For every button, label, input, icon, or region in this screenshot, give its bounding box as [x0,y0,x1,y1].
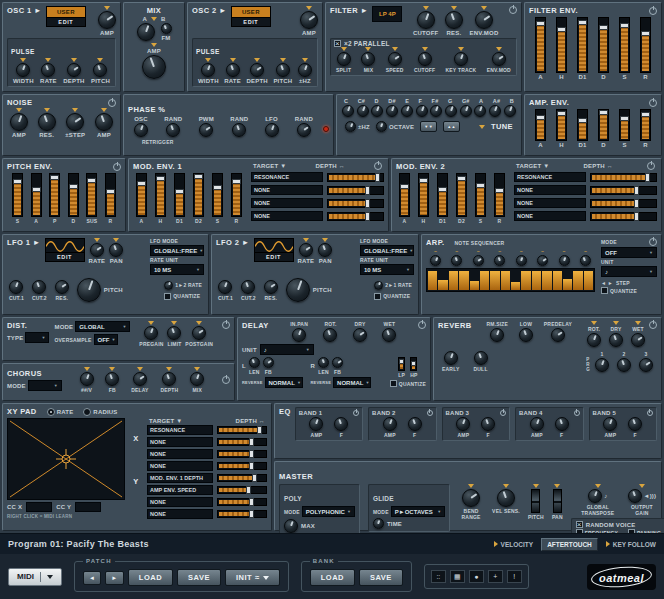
depth-slider[interactable] [327,199,384,208]
chorus-knob-cell[interactable]: MIX [190,367,204,393]
env-slider-cell[interactable]: D1 [437,173,448,224]
lfo1-mode-select[interactable]: GLOBAL:FREE [150,245,204,256]
noise-knob-cell[interactable]: ±STEP [65,108,85,138]
lfo1-edit-button[interactable]: EDIT [45,253,85,262]
parallel-knob-cell[interactable]: SPEED [386,47,404,73]
env-slider-cell[interactable]: S [12,173,23,224]
knob[interactable] [80,372,94,386]
eq-amp-knob[interactable] [603,417,617,431]
delay-lp-cell[interactable]: LP [398,357,405,378]
knob[interactable] [134,123,148,137]
eq-freq-cell[interactable]: F [334,417,348,438]
env-slider[interactable] [619,17,630,73]
knob[interactable] [95,113,113,131]
seq-bar[interactable] [532,271,541,290]
lfo2-sync-cell[interactable]: 2►1 RATE [374,281,412,290]
osc1-edit-button[interactable]: EDIT [46,18,86,27]
pulse-knob-cell[interactable]: DEPTH [247,58,268,84]
pitch-env-power-toggle[interactable] [113,163,121,171]
radius-radio[interactable] [83,408,91,416]
knob[interactable] [241,280,255,294]
delay-knob-cell[interactable]: ROT. [323,321,337,342]
tune-note-knob[interactable] [386,105,398,117]
osc2-edit-button[interactable]: EDIT [231,18,271,27]
knob[interactable] [490,328,504,342]
mix-amp-knob[interactable] [142,55,166,79]
pitch-wheel-cell[interactable]: PITCH [528,484,544,520]
knob[interactable] [166,123,180,137]
env-slider-cell[interactable]: A [535,17,546,80]
eq-band-power-toggle[interactable] [574,410,580,416]
eq-freq-knob[interactable] [481,417,495,431]
knob[interactable] [67,63,81,77]
knob[interactable] [595,358,609,372]
target-header[interactable]: TARGET ▼ [253,163,286,169]
knob[interactable] [41,63,55,77]
knob[interactable] [276,63,290,77]
env-slider[interactable] [475,173,486,217]
knob[interactable] [297,123,311,137]
mix-amp-cell[interactable]: AMP [128,43,180,79]
pulse-knob-cell[interactable]: WIDTH [13,58,34,84]
tune-note-knob[interactable] [460,105,472,117]
tune-note-knob[interactable] [474,105,486,117]
delay-knob-cell[interactable]: IN.PAN [290,321,308,342]
env-slider-cell[interactable]: D2 [456,173,467,224]
knob[interactable] [38,113,56,131]
toolbar-icon[interactable]: :: [431,570,446,583]
arp-mode-select[interactable]: OFF [601,247,657,258]
env-slider[interactable] [456,173,467,217]
lfo2-rate-knob[interactable] [299,243,313,257]
lfo2-unit-select[interactable]: 10 MS [360,264,414,275]
tune-note-knob[interactable] [430,105,442,117]
delay-l-fb-cell[interactable]: FB [263,357,274,375]
arp-unit-select[interactable]: ♪ [601,266,657,277]
eq-freq-cell[interactable]: F [481,417,495,438]
chorus-power-toggle[interactable] [222,376,230,384]
mod-target-select[interactable]: NONE [251,211,323,221]
tune-hz-cell[interactable]: ±HZ [345,121,370,132]
fm-knob[interactable] [161,23,172,34]
env-slider[interactable] [212,173,223,217]
filter-env-power-toggle[interactable] [649,7,657,15]
reverb-power-toggle[interactable] [649,321,657,329]
env-slider[interactable] [598,109,609,141]
env-slider[interactable] [68,173,79,217]
lfo2-pitch-knob[interactable] [286,278,310,302]
reverb-knob-cell[interactable]: LOW [519,321,533,342]
arp-knob-cell[interactable]: ~ [451,248,462,266]
xy-target-select[interactable]: NONE [147,509,213,519]
delay-knob-cell[interactable]: DRY [353,321,367,342]
pulse-knob-cell[interactable]: PITCH [273,58,292,84]
glide-time-knob[interactable] [373,518,384,529]
filter-power-toggle[interactable] [509,6,517,14]
env-slider[interactable] [174,173,185,217]
env-slider[interactable] [494,173,505,217]
seq-bar[interactable] [501,271,510,290]
depth-slider[interactable] [217,498,267,506]
seq-bar[interactable] [584,271,593,290]
env-slider[interactable] [136,173,147,217]
filter-type-display[interactable]: LP 4P [372,6,402,22]
arp-power-toggle[interactable] [649,238,657,246]
knob[interactable] [144,326,158,340]
eq-band-power-toggle[interactable] [427,410,433,416]
env-slider[interactable] [535,109,546,141]
tune-octave-knob[interactable] [376,121,387,132]
env-slider[interactable] [556,17,567,73]
seq-bar[interactable] [542,271,551,290]
arp-knob-cell[interactable]: ~ [516,248,527,266]
env-slider-cell[interactable]: D [598,109,609,148]
midi-button[interactable]: MIDI [8,568,62,586]
depth-slider[interactable] [217,462,267,470]
seq-bar[interactable] [511,282,520,290]
knob[interactable] [218,280,232,294]
seq-bar[interactable] [459,271,468,290]
noise-knob-cell[interactable]: AMP [10,108,28,138]
seq-bar[interactable] [449,271,458,290]
lfo-knob-cell[interactable]: CUT.1 [218,280,233,301]
ccx-box[interactable] [26,502,52,512]
parallel-knob-cell[interactable]: ENV.MOD [487,47,511,73]
velocity-toggle[interactable]: VELOCITY [494,541,534,548]
env-slider-cell[interactable]: R [105,173,116,224]
